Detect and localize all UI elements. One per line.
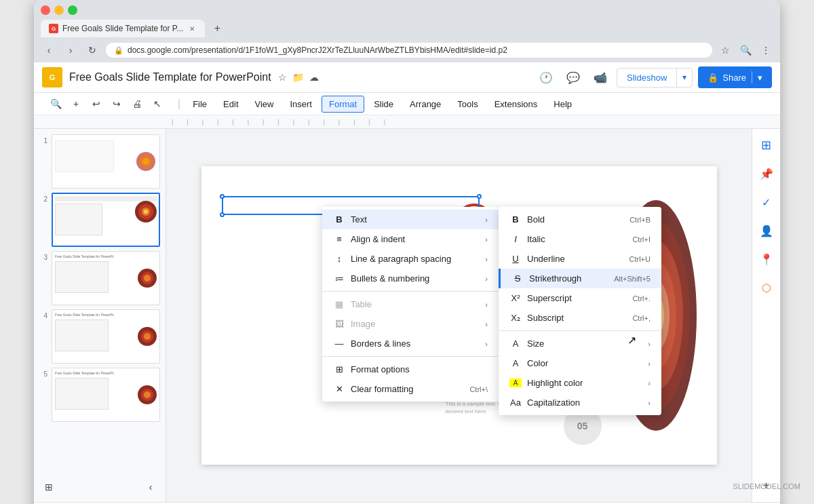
browser-menu-icon[interactable]: ⋮ xyxy=(758,43,773,58)
text-size-item[interactable]: A Size › xyxy=(499,334,661,353)
format-bullets-item[interactable]: ≔ Bullets & numbering › xyxy=(322,269,499,288)
slide-thumb-4[interactable]: 4 Free Goals Slide Template for PowerPoi… xyxy=(39,309,160,364)
format-dropdown: B Text › ≡ Align & indent › ↕ Line & par… xyxy=(322,207,499,402)
close-window-btn[interactable] xyxy=(41,5,50,15)
zoom-icon[interactable]: 🔍 xyxy=(738,43,753,58)
add-tool[interactable]: + xyxy=(66,94,85,113)
text-italic-item[interactable]: I Italic Ctrl+I xyxy=(499,229,661,249)
menu-edit[interactable]: Edit xyxy=(216,96,245,113)
slide-preview-2[interactable] xyxy=(52,193,160,247)
menu-view[interactable]: View xyxy=(248,96,281,113)
italic-icon: I xyxy=(509,234,522,244)
browser-window: G Free Goals Slide Template for P... ✕ +… xyxy=(34,0,780,504)
table-icon: ▦ xyxy=(333,299,345,309)
menu-arrange[interactable]: Arrange xyxy=(403,96,448,113)
underline-shortcut: Ctrl+U xyxy=(629,255,651,263)
handle-tl[interactable] xyxy=(220,194,225,199)
cloud-icon[interactable]: ☁ xyxy=(309,72,319,83)
slide-thumb-1[interactable]: 1 xyxy=(39,134,160,189)
superscript-shortcut: Ctrl+. xyxy=(632,294,651,303)
menu-help[interactable]: Help xyxy=(547,96,579,113)
refresh-btn[interactable]: ↻ xyxy=(84,42,100,58)
menu-tools[interactable]: Tools xyxy=(450,96,484,113)
menu-extensions[interactable]: Extensions xyxy=(488,96,545,113)
slides-panel: 1 2 xyxy=(34,129,166,502)
format-options-item[interactable]: ⊞ Format options xyxy=(322,360,499,379)
text-color-item[interactable]: A Color › xyxy=(499,353,661,373)
slide-preview-4[interactable]: Free Goals Slide Template for PowerPoint xyxy=(52,309,160,364)
format-clear-item[interactable]: ✕ Clear formatting Ctrl+\ xyxy=(322,379,499,399)
new-tab-btn[interactable]: + xyxy=(208,19,227,38)
appsheet-icon[interactable]: ⬡ xyxy=(756,277,777,298)
highlight-icon: A xyxy=(509,379,522,387)
slide-preview-3[interactable]: Free Goals Slide Template for PowerPoint xyxy=(52,251,160,305)
history-icon[interactable]: 🕐 xyxy=(535,66,557,88)
color-arrow: › xyxy=(648,360,651,368)
menu-file[interactable]: File xyxy=(186,96,214,113)
menu-slide[interactable]: Slide xyxy=(367,96,400,113)
menu-format[interactable]: Format xyxy=(322,96,364,113)
watermark: SLIDEMODEL.COM xyxy=(733,482,800,490)
back-btn[interactable]: ‹ xyxy=(41,42,57,58)
format-image-item[interactable]: 🖼 Image › xyxy=(322,314,499,334)
star-icon[interactable]: ☆ xyxy=(278,72,287,83)
maps-icon[interactable]: 📍 xyxy=(756,248,777,270)
minimize-window-btn[interactable] xyxy=(54,5,64,15)
slide-mini-content-3: Free Goals Slide Template for PowerPoint xyxy=(52,252,159,305)
slide-mini-content-4: Free Goals Slide Template for PowerPoint xyxy=(52,310,159,363)
text-highlight-item[interactable]: A Highlight color › xyxy=(499,373,661,393)
zoom-tool[interactable]: 🔍 xyxy=(46,94,65,113)
format-borders-item[interactable]: — Borders & lines › xyxy=(322,334,499,353)
browser-tab[interactable]: G Free Goals Slide Template for P... ✕ xyxy=(41,20,205,37)
bookmark-icon[interactable]: ☆ xyxy=(718,43,733,58)
format-text-item[interactable]: B Text › xyxy=(322,210,499,229)
text-strikethrough-item[interactable]: S Strikethrough Alt+Shift+5 xyxy=(499,269,661,288)
slide-preview-5[interactable]: Free Goals Slide Template for PowerPoint xyxy=(52,368,160,422)
forward-btn[interactable]: › xyxy=(62,42,79,58)
comment-icon[interactable]: 💬 xyxy=(562,66,584,88)
text-underline-item[interactable]: U Underline Ctrl+U xyxy=(499,249,661,269)
menu-insert[interactable]: Insert xyxy=(283,96,319,113)
slide-thumb-3[interactable]: 3 Free Goals Slide Template for PowerPoi… xyxy=(39,251,160,305)
text-capitalization-item[interactable]: Aa Capitalization › xyxy=(499,393,661,412)
slideshow-button[interactable]: Slideshow xyxy=(617,69,677,87)
folder-icon[interactable]: 📁 xyxy=(292,72,304,83)
handle-bl[interactable] xyxy=(220,212,225,217)
tab-close-btn[interactable]: ✕ xyxy=(187,24,197,33)
toolbar-actions: 🕐 💬 📹 Slideshow ▾ 🔒 Share ▾ xyxy=(535,66,772,88)
size-icon: A xyxy=(509,338,522,349)
redo-tool[interactable]: ↪ xyxy=(107,94,126,113)
slide-preview-1[interactable] xyxy=(52,134,160,189)
cursor-tool[interactable]: ↖ xyxy=(148,94,167,113)
keep-icon[interactable]: 📌 xyxy=(756,163,777,185)
slide-thumb-2[interactable]: 2 xyxy=(39,193,160,247)
toolbar-tools: 🔍 + ↩ ↪ 🖨 ↖ xyxy=(41,94,172,113)
size-arrow: › xyxy=(648,340,651,348)
lock-icon: 🔒 xyxy=(114,46,123,55)
format-table-item[interactable]: ▦ Table › xyxy=(322,294,499,314)
google-slides-icon[interactable]: ⊞ xyxy=(756,134,777,156)
ruler: ||||| ||||| ||||| xyxy=(34,115,780,129)
app-toolbar: G Free Goals Slide Template for PowerPoi… xyxy=(34,62,780,93)
undo-tool[interactable]: ↩ xyxy=(87,94,106,113)
handle-tr[interactable] xyxy=(477,194,482,199)
text-subscript-item[interactable]: X₂ Subscript Ctrl+, xyxy=(499,308,661,328)
video-icon[interactable]: 📹 xyxy=(589,66,611,88)
format-align-item[interactable]: ≡ Align & indent › xyxy=(322,229,499,249)
tasks-icon[interactable]: ✓ xyxy=(756,191,777,213)
superscript-icon: X² xyxy=(509,293,522,303)
url-input[interactable]: 🔒 docs.google.com/presentation/d/1F1foW1… xyxy=(106,43,712,58)
print-tool[interactable]: 🖨 xyxy=(128,94,147,113)
editor-area: 01 03 04 xyxy=(166,129,752,502)
format-spacing-item[interactable]: ↕ Line & paragraph spacing › xyxy=(322,249,499,269)
grid-view-btn[interactable]: ⊞ xyxy=(39,478,58,497)
image-arrow: › xyxy=(485,320,488,328)
collapse-panel-btn[interactable]: ‹ xyxy=(141,478,160,497)
contacts-icon[interactable]: 👤 xyxy=(756,220,777,241)
text-bold-item[interactable]: B Bold Ctrl+B xyxy=(499,210,661,229)
slide-thumb-5[interactable]: 5 Free Goals Slide Template for PowerPoi… xyxy=(39,368,160,422)
maximize-window-btn[interactable] xyxy=(68,5,77,15)
slideshow-dropdown-arrow[interactable]: ▾ xyxy=(677,69,692,86)
share-button[interactable]: 🔒 Share ▾ xyxy=(698,66,772,88)
text-superscript-item[interactable]: X² Superscript Ctrl+. xyxy=(499,288,661,308)
